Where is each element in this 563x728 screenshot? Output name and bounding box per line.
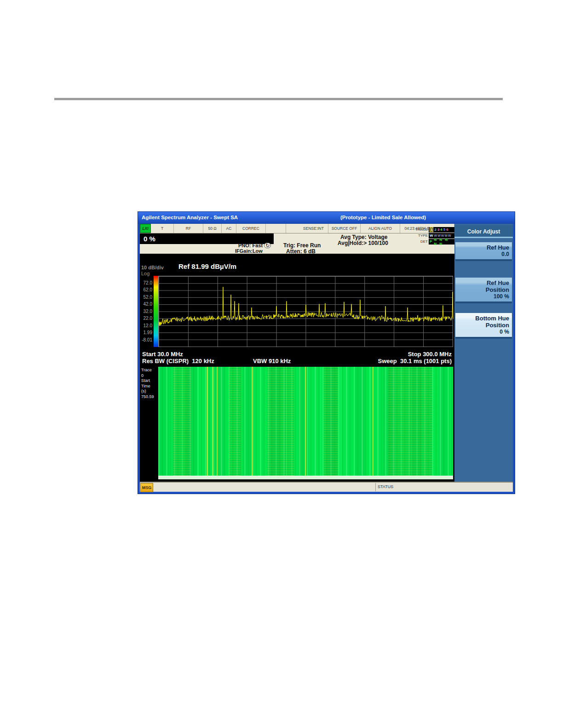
- y-axis-label: 12.0: [140, 323, 152, 328]
- trace-digit: 3: [437, 228, 439, 232]
- spectrogram-label: 750.59: [141, 394, 160, 400]
- start-frequency: Start 30.0 MHz: [142, 351, 183, 358]
- menu-button-ref-hue-position[interactable]: Ref HuePosition100 %: [455, 278, 512, 301]
- trace-numbers: 123456: [429, 227, 454, 233]
- y-axis-label: 52.0: [140, 295, 152, 300]
- measurement-settings-band: 0 % PNO: Fast ↻ IFGain:Low Trig: Free Ru…: [140, 233, 454, 254]
- trace-row-label: TRACE: [412, 228, 429, 232]
- y-axis-label: 72.0: [140, 280, 152, 285]
- menu-button-ref-hue[interactable]: Ref Hue0.0: [455, 242, 512, 259]
- spectrogram-signal-line: [412, 367, 412, 476]
- spectrogram-label: Trace: [141, 368, 160, 373]
- sweep-time: Sweep 30.1 ms (1001 pts): [378, 358, 452, 364]
- scale-per-div-label: 10 dB/div: [141, 265, 164, 270]
- softkey-menu-title: Color Adjust: [454, 225, 513, 238]
- status-cell: CORREC: [236, 224, 266, 233]
- spectrogram-signal-line: [341, 367, 341, 476]
- spectrogram-texture-band: [229, 367, 241, 476]
- yellow-trace: [159, 287, 453, 326]
- ref-level-label: Ref 81.99 dBµV/m: [178, 262, 236, 270]
- spectrogram-scroll-strip[interactable]: [158, 476, 453, 479]
- spectrogram-axis-labels: Trace0StartTime(s)750.59: [140, 367, 160, 399]
- active-trace-type: W: [430, 233, 433, 238]
- window-titlebar: Agilent Spectrum Analyzer - Swept SA (Pr…: [138, 212, 515, 224]
- status-cell: T: [151, 224, 174, 233]
- vbw: VBW 910 kHz: [253, 358, 291, 364]
- y-axis-label: 62.0: [140, 287, 152, 292]
- msg-button[interactable]: MSG: [140, 483, 153, 492]
- status-cell: SOURCE OFF: [328, 224, 361, 233]
- status-cell: [286, 224, 299, 233]
- trace-digit: 5: [443, 228, 445, 232]
- menu-button-label: Position: [457, 286, 509, 293]
- footer-divider: [375, 483, 376, 491]
- window-body: LXITRF50 ΩACCORRECSENSE:INTSOURCE OFFALI…: [140, 224, 513, 492]
- spectrogram-label: Time: [141, 384, 160, 389]
- spectrogram-texture-band: [323, 367, 338, 476]
- prototype-note: (Prototype - Limited Sale Allowed): [340, 215, 426, 220]
- spectrogram-signal-line: [373, 367, 373, 476]
- status-cell: SENSE:INT: [299, 224, 328, 233]
- status-cell: RF: [174, 224, 203, 233]
- window-title: Agilent Spectrum Analyzer - Swept SA: [142, 215, 238, 220]
- det-row-label: DET: [412, 239, 429, 244]
- scale-type-label: Log: [141, 271, 149, 276]
- graticule: [158, 276, 453, 347]
- res-bw: Res BW (CISPR) 120 kHz: [142, 358, 214, 364]
- spectrogram-label: (s): [141, 389, 160, 394]
- menu-button-label: Ref Hue: [457, 244, 509, 251]
- spectrum-analyzer-window: Agilent Spectrum Analyzer - Swept SA (Pr…: [138, 212, 515, 494]
- spectrogram-texture-band: [267, 367, 294, 476]
- menu-button-value: 0.0: [457, 251, 509, 258]
- trace-digit: 2: [434, 228, 436, 232]
- trace-legend: TRACE123456 TYPEWWWWWW DETPN N N N N: [412, 227, 454, 245]
- other-detectors: N N N N N: [434, 238, 454, 246]
- type-row-label: TYPE: [412, 233, 429, 238]
- amplitude-color-scale: [154, 276, 158, 347]
- y-axis-label: 42.0: [140, 301, 152, 307]
- lxi-indicator: LXI: [140, 224, 151, 233]
- spectrogram-label: Start: [141, 378, 160, 384]
- spectrogram-label: 0: [141, 373, 160, 379]
- status-cell: AC: [222, 224, 236, 233]
- pno-label: PNO: Fast: [238, 243, 263, 248]
- trace-digit: 1: [430, 227, 433, 232]
- spectrogram-signal-line: [321, 367, 321, 476]
- trace-plot: [159, 276, 454, 347]
- softkey-panel: Color Adjust Ref Hue0.0Ref HuePosition10…: [454, 224, 513, 482]
- status-cell: [266, 224, 286, 233]
- active-detector: P: [430, 239, 433, 244]
- menu-button-label: Position: [457, 322, 509, 329]
- status-label: STATUS: [378, 484, 393, 489]
- frequency-annotation-band: Start 30.0 MHz Stop 300.0 MHz Res BW (CI…: [140, 350, 454, 365]
- pno-setting: PNO: Fast ↻: [238, 243, 271, 248]
- trace-digit: 6: [446, 228, 448, 232]
- menu-button-label: Bottom Hue: [457, 315, 509, 322]
- spectrogram-signal-line: [207, 367, 208, 476]
- menu-button-value: 0 %: [457, 329, 509, 336]
- status-cell: ALIGN AUTO: [361, 224, 400, 233]
- y-axis-label: 22.0: [140, 316, 152, 321]
- y-axis-label: -8.01: [140, 337, 152, 342]
- y-axis-label: 32.0: [140, 309, 152, 314]
- spectrum-graph: 10 dB/div Ref 81.99 dBµV/m Log 72.062.05…: [140, 254, 454, 350]
- spectrogram-signal-line: [217, 367, 218, 476]
- spectrogram-signal-line: [252, 367, 253, 476]
- ifgain-setting: IFGain:Low: [235, 248, 263, 254]
- instrument-status-strip: LXITRF50 ΩACCORRECSENSE:INTSOURCE OFFALI…: [140, 224, 454, 233]
- status-cell: 50 Ω: [203, 224, 222, 233]
- y-axis-label: 1.99: [140, 330, 152, 335]
- continuous-sweep-icon: ↻: [264, 243, 271, 248]
- stop-frequency: Stop 300.0 MHz: [408, 351, 452, 358]
- menu-button-label: Ref Hue: [457, 279, 509, 286]
- trigger-setting: Trig: Free Run: [283, 242, 321, 249]
- status-footer-bar: MSG STATUS: [140, 482, 513, 492]
- trace-digit: 4: [440, 228, 442, 232]
- menu-button-value: 100 %: [457, 293, 509, 300]
- avg-type-setting: Avg Type: Voltage: [340, 234, 387, 240]
- spectrogram-signal-line: [305, 367, 306, 476]
- spectrogram-section: Trace0StartTime(s)750.59: [140, 365, 454, 482]
- spectrogram-display: [158, 367, 453, 476]
- menu-button-bottom-hue-position[interactable]: Bottom HuePosition0 %: [455, 313, 512, 337]
- avg-hold-count: Avg|Hold:> 100/100: [338, 240, 388, 246]
